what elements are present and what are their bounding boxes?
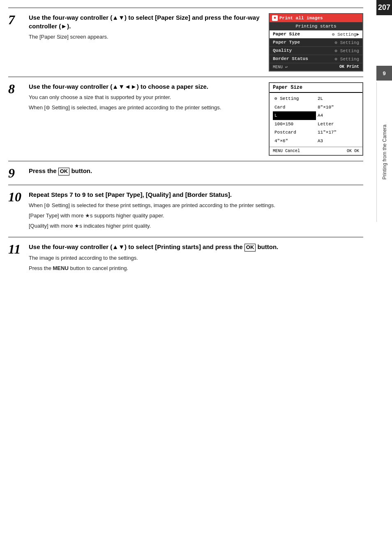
cam-label-papertype: Paper Type [273,40,300,45]
divider-step9 [8,161,363,162]
cam-screen1-subtitle: Printing starts [270,22,362,30]
step-7-number: 7 [8,13,29,26]
cam-screen1-title: Print all images [279,16,323,21]
cam-footer-right: OK Print [339,65,359,69]
step-7-image: ■ Print all images Printing starts Paper… [269,13,363,72]
chapter-number: 9 [376,66,392,81]
cam-value-papertype: ⊜ Setting [335,40,359,45]
cam-icon: ■ [272,15,278,21]
divider-step11 [8,237,363,238]
step-7-content: Use the four-way controller (▲▼) to sele… [29,13,363,72]
step-11-row: 11 Use the four-way controller (▲▼) to s… [8,242,363,274]
main-content: 7 Use the four-way controller (▲▼) to se… [0,0,371,288]
cam2-item-a3: A3 [316,137,359,145]
cam2-item-8x10: 8″×10″ [316,103,359,112]
step-10-row: 10 Repeat Steps 7 to 9 to set [Paper Typ… [8,190,363,232]
cam-row-borderstatus: Border Status ⊜ Setting [270,55,362,63]
cam-footer-left: MENU ↩ [273,65,288,69]
menu-text-step11: MENU [53,265,69,271]
cam2-footer: MENU Cancel OK OK [270,147,362,155]
step-9-number: 9 [8,166,29,180]
cam2-item-postcard: Postcard [273,128,316,137]
step-7-text: Use the four-way controller (▲▼) to sele… [29,13,262,43]
cam-label-quality: Quality [273,48,292,53]
divider-step10 [8,185,363,185]
cam-value-quality: ⊜ Setting [335,48,359,53]
step-10-content: Repeat Steps 7 to 9 to set [Paper Type],… [29,190,363,232]
cam-value-papersize: ⊜ Setting► [332,32,359,37]
cam2-item-letter: Letter [316,120,359,129]
step-8-body: You can only choose a size that is suppo… [29,93,262,112]
step-10-heading: Repeat Steps 7 to 9 to set [Paper Type],… [29,190,363,199]
step-7-heading: Use the four-way controller (▲▼) to sele… [29,13,262,30]
step-8-content: Use the four-way controller (▲▼◄►) to ch… [29,82,363,156]
cam-title-bar: ■ Print all images [270,14,362,22]
step-10-number: 10 [8,190,29,203]
cam-row-papersize: Paper Size ⊜ Setting► [270,30,362,39]
step-11-content: Use the four-way controller (▲▼) to sele… [29,242,363,274]
step-8-row: 8 Use the four-way controller (▲▼◄►) to … [8,82,363,156]
step-11-number: 11 [8,242,29,256]
step-7-body: The [Paper Size] screen appears. [29,33,262,42]
cam-value-borderstatus: ⊜ Setting [335,56,359,62]
camera-screen-papersize: Paper Size ⊜ Setting 2L Card 8″×10″ L A4… [269,82,363,156]
step-7-with-image: Use the four-way controller (▲▼) to sele… [29,13,363,72]
cam2-item-11x17: 11″×17″ [316,128,359,137]
cam2-item-2l: 2L [316,95,359,103]
step-8-image: Paper Size ⊜ Setting 2L Card 8″×10″ L A4… [269,82,363,156]
page-number: 207 [376,0,392,15]
cam-screen1-footer: MENU ↩ OK Print [270,63,362,71]
cam2-item-l: L [273,111,316,120]
step-8-text: Use the four-way controller (▲▼◄►) to ch… [29,82,262,114]
cam2-footer-left: MENU Cancel [273,149,300,153]
step-8-number: 8 [8,82,29,95]
step-7-row: 7 Use the four-way controller (▲▼) to se… [8,13,363,72]
step-10-body: When [⊜ Setting] is selected for these p… [29,201,363,230]
step-8-with-image: Use the four-way controller (▲▼◄►) to ch… [29,82,363,156]
cam2-item-card: Card [273,103,316,112]
step-9-row: 9 Press the OK button. [8,166,363,180]
cam-row-papertype: Paper Type ⊜ Setting [270,39,362,47]
divider-step8 [8,76,363,77]
step-11-body: The image is printed according to the se… [29,254,363,273]
step-9-heading: Press the OK button. [29,166,363,175]
ok-badge-step9: OK [58,168,70,175]
cam2-grid: ⊜ Setting 2L Card 8″×10″ L A4 100×150 Le… [270,93,362,147]
cam2-title: Paper Size [270,83,362,93]
cam2-item-100x150: 100×150 [273,120,316,129]
cam2-item-4x6: 4″×6″ [273,137,316,145]
cam-label-papersize: Paper Size [273,32,300,37]
cam2-item-setting: ⊜ Setting [273,95,316,103]
divider-top [8,7,363,8]
cam-label-borderstatus: Border Status [273,56,308,62]
camera-screen-print-all: ■ Print all images Printing starts Paper… [269,13,363,72]
cam2-item-a4: A4 [316,111,359,120]
cam2-footer-right: OK OK [347,149,359,153]
cam-row-quality: Quality ⊜ Setting [270,47,362,55]
step-9-content: Press the OK button. [29,166,363,178]
step-8-heading: Use the four-way controller (▲▼◄►) to ch… [29,82,262,91]
ok-badge-step11: OK [244,244,256,252]
chapter-label: Printing from the Camera [376,82,392,222]
step-11-heading: Use the four-way controller (▲▼) to sele… [29,242,363,252]
